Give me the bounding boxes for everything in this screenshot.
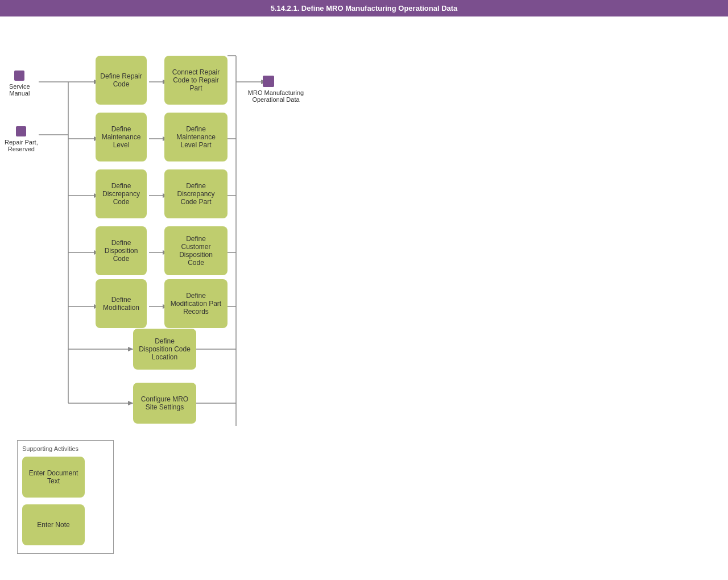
define-maintenance-level-box[interactable]: DefineMaintenanceLevel (96, 113, 147, 161)
connect-repair-code-label: Connect RepairCode to RepairPart (172, 68, 220, 92)
define-customer-disposition-code-label: DefineCustomerDispositionCode (179, 235, 213, 267)
header-title: 5.14.2.1. Define MRO Manufacturing Opera… (271, 4, 458, 13)
supporting-activities-title: Supporting Activities (22, 445, 109, 452)
enter-note-label: Enter Note (37, 521, 69, 529)
connect-repair-code-box[interactable]: Connect RepairCode to RepairPart (164, 56, 228, 105)
configure-mro-site-settings-box[interactable]: Configure MROSite Settings (133, 383, 196, 424)
define-maintenance-level-part-label: DefineMaintenanceLevel Part (176, 125, 216, 149)
enter-note-box[interactable]: Enter Note (22, 504, 85, 545)
define-modification-part-records-label: DefineModification PartRecords (171, 292, 221, 316)
define-disposition-code-location-box[interactable]: DefineDisposition CodeLocation (133, 329, 196, 370)
define-repair-code-label: Define RepairCode (100, 72, 142, 88)
define-customer-disposition-code-box[interactable]: DefineCustomerDispositionCode (164, 226, 228, 275)
define-modification-part-records-box[interactable]: DefineModification PartRecords (164, 279, 228, 328)
mro-output-label: MRO ManufacturingOperational Data (247, 89, 304, 103)
define-discrepancy-code-part-label: DefineDiscrepancyCode Part (177, 182, 214, 206)
service-manual-label: ServiceManual (9, 83, 30, 97)
define-modification-box[interactable]: DefineModification (96, 279, 147, 328)
enter-document-text-box[interactable]: Enter DocumentText (22, 457, 85, 498)
define-discrepancy-code-label: DefineDiscrepancyCode (102, 182, 140, 206)
define-discrepancy-code-box[interactable]: DefineDiscrepancyCode (96, 169, 147, 218)
enter-document-text-label: Enter DocumentText (29, 469, 78, 485)
configure-mro-site-settings-label: Configure MROSite Settings (141, 395, 188, 411)
define-disposition-code-label: DefineDispositionCode (105, 239, 138, 263)
header-bar: 5.14.2.1. Define MRO Manufacturing Opera… (0, 0, 728, 16)
supporting-activities-container: Supporting Activities Enter DocumentText… (17, 440, 114, 554)
service-manual-node: ServiceManual (9, 71, 30, 97)
define-disposition-code-box[interactable]: DefineDispositionCode (96, 226, 147, 275)
repair-part-reserved-node: Repair Part,Reserved (5, 126, 38, 152)
define-repair-code-box[interactable]: Define RepairCode (96, 56, 147, 105)
define-maintenance-level-label: DefineMaintenanceLevel (102, 125, 141, 149)
mro-output-diamond (263, 76, 274, 87)
define-discrepancy-code-part-box[interactable]: DefineDiscrepancyCode Part (164, 169, 228, 218)
define-modification-label: DefineModification (103, 296, 139, 312)
define-maintenance-level-part-box[interactable]: DefineMaintenanceLevel Part (164, 113, 228, 161)
repair-part-reserved-label: Repair Part,Reserved (5, 139, 38, 152)
define-disposition-code-location-label: DefineDisposition CodeLocation (139, 337, 191, 361)
